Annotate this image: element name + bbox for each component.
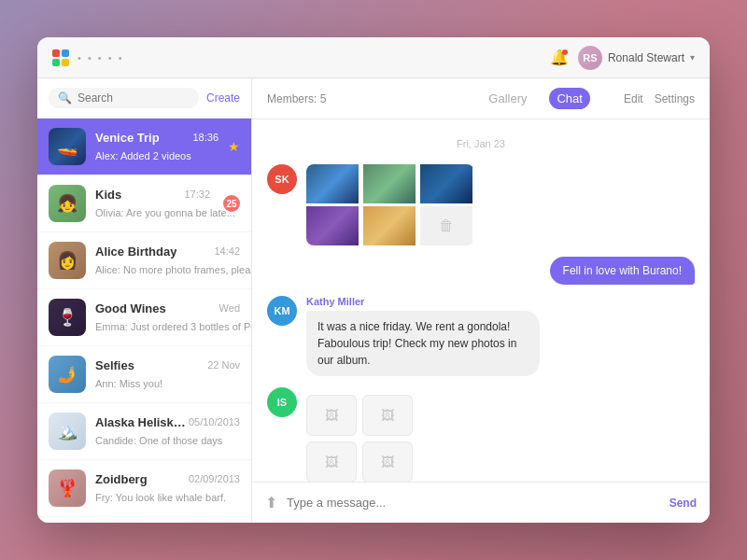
list-item[interactable]: 🍷 Good Wines Wed Emma: Just ordered 3 bo… — [37, 289, 251, 346]
conv-name: Alice Birthday — [95, 245, 176, 259]
photo-placeholder: 🖼 — [306, 441, 357, 482]
conv-details: Venice Trip 18:36 Alex: Added 2 videos — [95, 131, 218, 163]
photo-grid: 🗑 — [306, 164, 474, 245]
message-row: IS 🖼 🖼 🖼 — [267, 387, 695, 482]
list-item[interactable]: 🤳 Selfies 22 Nov Ann: Miss you! — [37, 346, 251, 403]
image-icon: 🖼 — [381, 408, 394, 423]
message-row: KM Kathy Miller It was a nice friday. We… — [267, 296, 695, 376]
avatar: KM — [267, 296, 297, 326]
header-actions: Edit Settings — [624, 92, 695, 105]
image-icon: 🖼 — [381, 455, 394, 469]
avatar: 🤳 — [49, 356, 86, 393]
conv-time: 05/10/2013 — [189, 416, 240, 427]
conv-name: Kids — [95, 188, 121, 202]
image-icon: 🖼 — [325, 408, 338, 423]
header-tabs: Gallery Chat — [481, 88, 590, 109]
photo-placeholders: 🖼 🖼 🖼 🖼 — [306, 387, 413, 482]
avatar: 🦞 — [49, 469, 86, 507]
conv-preview: Olivia: Are you gonna be late... — [95, 207, 235, 218]
photo-grid-message: 🗑 — [306, 164, 474, 245]
photo-cell — [363, 206, 416, 245]
date-divider: Fri, Jan 23 — [267, 138, 695, 149]
app-window: • • • • • 🔔 RS Ronald Stewart ▾ 🔍 — [37, 37, 710, 523]
conv-details: Zoidberg 02/09/2013 Fry: You look like w… — [95, 472, 240, 505]
conv-header: Venice Trip 18:36 — [95, 131, 218, 145]
logo-sq-yellow — [62, 59, 69, 66]
photo-cell — [363, 164, 416, 203]
avatar: 👧 — [49, 185, 86, 222]
avatar: 👩 — [49, 242, 86, 279]
attach-button[interactable]: ⬆ — [265, 494, 277, 511]
list-item[interactable]: 👩 Alice Birthday 14:42 Alice: No more ph… — [37, 232, 251, 289]
message-input[interactable] — [287, 496, 660, 510]
logo-icon — [52, 49, 69, 66]
notification-dot — [562, 49, 568, 55]
conv-name: Alaska Heliskiing — [95, 415, 189, 429]
conv-name: Good Wines — [95, 301, 166, 315]
avatar: 🍷 — [49, 299, 86, 336]
chat-area: Members: 5 Gallery Chat Edit Settings Fr… — [252, 78, 710, 523]
chat-header: Members: 5 Gallery Chat Edit Settings — [252, 78, 710, 119]
create-button[interactable]: Create — [206, 91, 240, 105]
conv-preview: Fry: You look like whale barf. — [95, 492, 226, 503]
message-row: SK 🗑 — [267, 164, 695, 245]
sidebar: 🔍 Create 🚤 Venice Trip 18:36 Alex: Added… — [37, 78, 252, 523]
user-name: Ronald Stewart — [608, 51, 684, 64]
delete-photo-cell[interactable]: 🗑 — [420, 206, 472, 245]
list-item[interactable]: 👧 Kids 17:32 Olivia: Are you gonna be la… — [37, 175, 251, 232]
photo-placeholder: 🖼 — [306, 395, 357, 436]
search-input[interactable] — [78, 91, 190, 105]
conv-preview: Ann: Miss you! — [95, 378, 162, 389]
outgoing-bubble: Fell in love with Burano! — [550, 257, 695, 285]
conv-time: 17:32 — [184, 189, 210, 200]
main-area: 🔍 Create 🚤 Venice Trip 18:36 Alex: Added… — [37, 78, 710, 523]
list-item[interactable]: 🚤 Venice Trip 18:36 Alex: Added 2 videos… — [37, 119, 251, 175]
star-icon: ★ — [228, 139, 240, 154]
tab-gallery[interactable]: Gallery — [481, 88, 534, 109]
conv-time: 02/09/2013 — [189, 473, 240, 484]
notification-bell[interactable]: 🔔 — [550, 49, 569, 67]
conv-preview: Candide: One of those days — [95, 435, 222, 446]
conversation-list: 🚤 Venice Trip 18:36 Alex: Added 2 videos… — [37, 119, 251, 523]
incoming-message: Kathy Miller It was a nice friday. We re… — [306, 296, 540, 376]
photo-placeholder: 🖼 — [362, 395, 413, 436]
top-bar-right: 🔔 RS Ronald Stewart ▾ — [550, 46, 695, 70]
settings-button[interactable]: Settings — [655, 92, 695, 105]
chat-messages: Fri, Jan 23 SK 🗑 — [252, 119, 710, 482]
edit-button[interactable]: Edit — [624, 92, 643, 105]
conv-time: 18:36 — [192, 132, 218, 143]
conv-time: 22 Nov — [207, 359, 240, 371]
chevron-down-icon: ▾ — [690, 52, 695, 63]
search-box: 🔍 — [49, 88, 199, 108]
user-profile[interactable]: RS Ronald Stewart ▾ — [578, 46, 695, 70]
list-item[interactable]: 🦞 Zoidberg 02/09/2013 Fry: You look like… — [37, 460, 251, 517]
logo-text: • • • • • — [78, 52, 123, 63]
members-count: Members: 5 — [267, 92, 326, 105]
conv-header: Kids 17:32 — [95, 188, 210, 202]
avatar: 🏔️ — [49, 413, 86, 450]
chat-input-bar: ⬆ Send — [252, 482, 710, 523]
photo-cell — [420, 164, 472, 203]
message-bubble: It was a nice friday. We rent a gondola!… — [306, 311, 540, 376]
send-button[interactable]: Send — [669, 497, 697, 510]
photo-cell — [306, 164, 359, 203]
trash-icon: 🗑 — [439, 217, 454, 234]
list-item[interactable]: 🏔️ Alaska Heliskiing 05/10/2013 Candide:… — [37, 403, 251, 460]
conv-details: Alice Birthday 14:42 Alice: No more phot… — [95, 245, 240, 277]
tab-chat[interactable]: Chat — [549, 88, 589, 109]
logo-sq-blue — [62, 49, 69, 57]
photo-cell — [306, 206, 359, 245]
conv-name: Zoidberg — [95, 472, 148, 486]
conv-name: Venice Trip — [95, 131, 160, 145]
logo-sq-red — [52, 49, 60, 57]
search-icon: 🔍 — [58, 91, 72, 105]
conv-time: 14:42 — [214, 245, 240, 257]
conv-preview: Emma: Just ordered 3 bottles of Pet... — [95, 321, 251, 332]
conv-header: Selfies 22 Nov — [95, 358, 240, 372]
conv-name: Selfies — [95, 358, 134, 372]
message-row-outgoing: Fell in love with Burano! — [267, 257, 695, 285]
conv-header: Good Wines Wed — [95, 301, 240, 315]
sidebar-search-bar: 🔍 Create — [37, 78, 251, 119]
avatar: 🚤 — [49, 128, 86, 165]
app-logo: • • • • • — [52, 49, 123, 66]
